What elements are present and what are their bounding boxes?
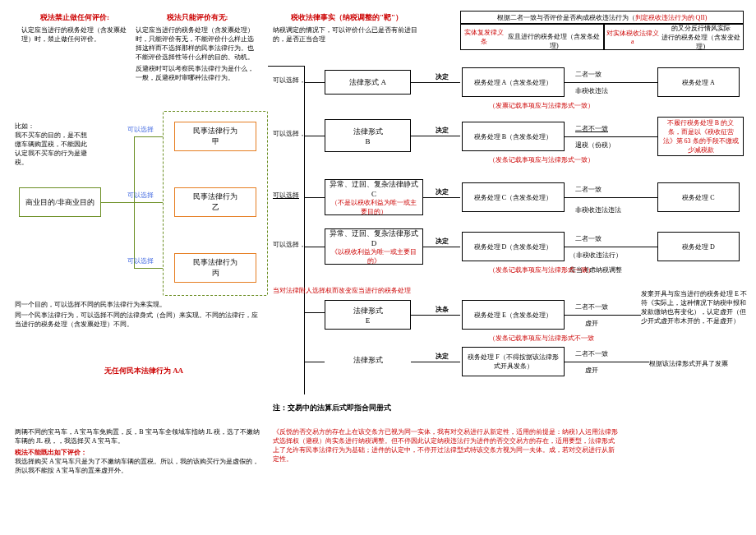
tax-a-right: 税务处理 A — [657, 67, 740, 97]
row-e-mid3: （发条记载事项应与法律形式不一致 — [489, 334, 594, 343]
mid-choose-4: 可以选择， — [273, 240, 306, 249]
row-e-mid1: 二者不一致 — [575, 302, 608, 311]
choice-dashed-box — [163, 111, 268, 296]
choose-label-3: 可以选择 — [127, 256, 154, 265]
right-col1-header: 实体复发律义条应且进行的税务处理（含发条处理) — [460, 24, 604, 50]
mid-header-title: 税收法律事实（纳税调整的"靶"） — [273, 12, 421, 23]
box-form-b: 法律形式 B — [325, 119, 411, 152]
tax-f-right: 根据该法律形式开具了发票 — [649, 359, 744, 368]
row-b-mid3: （发条记载事项应与法律形式一致） — [489, 155, 594, 164]
footer-title: 注：交易中的法算后式即指合同册式 — [273, 403, 391, 413]
tax-c: 税务处理 C（含发条处理） — [462, 182, 565, 212]
row-a-mid3: （发票记载事项应与法律形式一致） — [489, 101, 594, 110]
box-form-c: 异常、迂回、复杂法律静式 C （不是以税收利益为唯一或主要目的） — [325, 179, 423, 215]
tax-a: 税务处理 A（含发条处理） — [462, 67, 565, 97]
decide-a: 决定 — [436, 72, 449, 81]
mid-header-body: 纳税调定的情况下，可以评价什么已是否有前进目的，是否正当合理 — [273, 25, 421, 44]
left-note2: 同一个民事法律行为，可以选择不同的法律身式（合同）来实现。不同的法律行，应当进行… — [15, 311, 261, 329]
tax-d: 税务处理 D（含发条处理） — [462, 232, 565, 261]
mid-choose-1: 可以选择， — [273, 76, 306, 85]
row-c-mid1: 二者一致 — [575, 185, 602, 194]
row-d-mid4: （发条记载事项应与法律形式一致） — [489, 265, 594, 274]
left-header2-body2: 反避税时可以考察民事法律行为是什么，一般，反避税时审哪种法律行为。 — [136, 64, 259, 82]
tax-b-right: 不履行税务处理 B 的义条，而是以《税收征营法》第 63 条的手段不缴或少减税款 — [657, 117, 744, 156]
bmw-title: 税法不能既出如下评价： — [15, 448, 261, 457]
row-b-mid2: 退税（份税） — [575, 141, 615, 150]
row-f-mid1: 二者不一致 — [575, 349, 608, 358]
decide-c: 决定 — [436, 187, 449, 196]
footer-body: 《反悦的否交易方的存在上在该交条方已视为同一实体，我有对交易进行从新定性，适用的… — [273, 427, 618, 464]
row-d-mid1: 二者一致 — [575, 234, 602, 243]
bmw-body2: 我选择购买 A 宝马车只是为了不嫩纳车辆的置税。所以，我的该购买行为是虚假的，所… — [15, 457, 261, 475]
left-header2-body1: 认定应当进行的税务处理（含发票处理）时，只能评价有无，不能评价什么样止选择这样而… — [136, 25, 259, 62]
left-note1: 同一个目的，可以选择不同的民事法律行为来实现。 — [15, 300, 261, 309]
row-b-mid1: 二者不一致 — [575, 124, 608, 133]
choose-label-1: 可以选择 — [127, 125, 154, 134]
choose-label-2: 可以选择 — [127, 191, 154, 200]
tax-b: 税务处理 B（含发条处理） — [462, 122, 565, 151]
row-e-mid2: 虚开 — [585, 319, 598, 328]
bmw-body1: 两辆不同的宝马车，A 宝马车免购置，反，B 宝马车全领域车指纳 JL 税，选了不… — [15, 427, 261, 445]
row-d-mid2: （非税收违法行） — [569, 251, 622, 260]
box-form-e: 法律形式 E — [325, 300, 411, 330]
tax-f: 税务处理 F（不得按据该法律形式开具发条） — [462, 347, 565, 376]
decide-f: 决定 — [436, 352, 449, 361]
noform-title: 无任何民本法律行为 AA — [82, 366, 205, 376]
row-a-mid2: 非税收违法 — [575, 86, 608, 95]
decide-d: 决定 — [436, 237, 449, 246]
left-header1-body: 认定应当进行的税务处理（含发票处理）时，禁止做任何评价。 — [21, 25, 128, 44]
box-purpose: 商业目的/非商业目的 — [19, 187, 101, 217]
left-header2-title: 税法只能评价有无: — [136, 12, 259, 23]
box-form-a: 法律形式 A — [325, 70, 411, 95]
decide-b: 决定 — [436, 126, 449, 135]
row-a-mid1: 二者一致 — [575, 70, 602, 79]
tax-e: 税务处理 E（含发条处理） — [462, 300, 565, 330]
right-top-header: 根据二者一致与否评价是否构成税收违法行为（判定税收违法行为的 QII) — [460, 11, 744, 24]
box-form-d: 异常、迂回、复杂法律形式 D 《以税收利益为唯一或主要目的》 — [325, 228, 423, 265]
example-body: 我不买车的目的，是不想缴车辆购置税，不能因此认定我不买车的行为是避税。 — [15, 131, 87, 166]
row-c-mid2: 非税收违法违法 — [575, 205, 625, 214]
mid-choose-2: 可以选择， — [273, 129, 306, 138]
box-form-f: 法律形式 — [325, 355, 411, 366]
mid-red-note: 当对法律附人选择权而改变应当进行的税务处理 — [273, 286, 437, 295]
tax-e-right: 发案开具与应当进行的税务处理 E 不符《实际上，这种情况下纳税申报和发款缴纳也有… — [641, 289, 748, 325]
row-f-mid2: 虚开 — [585, 366, 598, 375]
right-col2-header: 对实体税收法律义 a 的又分反行情风实际进行的税务处理（含发变处理) — [604, 24, 744, 50]
tax-c-right: 税务处理 C — [657, 182, 740, 212]
mid-choose-3: 可以选择 — [273, 191, 299, 200]
tax-d-right: 税务处理 D — [657, 232, 740, 261]
left-header1-title: 税法禁止做任何评价: — [21, 12, 128, 23]
example-label: 比如： — [15, 122, 35, 130]
decide-e: 决条 — [436, 305, 449, 314]
